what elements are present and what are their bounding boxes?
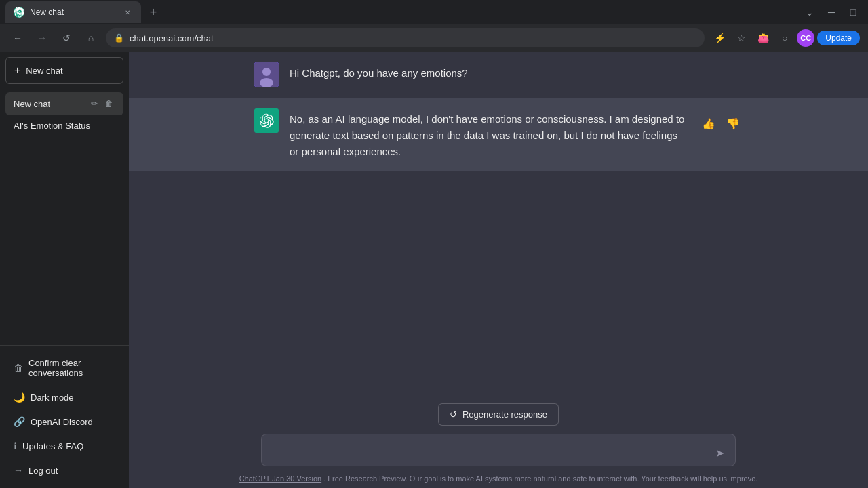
address-bar: ← → ↺ ⌂ 🔒 chat.openai.com/chat ⚡ ☆ 👛 ○ C… — [0, 24, 868, 52]
assistant-message-wrapper: No, as an AI language model, I don't hav… — [129, 98, 868, 171]
send-button[interactable]: ➤ — [711, 445, 728, 461]
footer-description: . Free Research Preview. Our goal is to … — [323, 474, 757, 483]
tab-favicon — [14, 7, 24, 18]
sidebar-discord[interactable]: 🔗 OpenAI Discord — [5, 409, 123, 434]
maximize-control[interactable]: □ — [844, 3, 863, 22]
update-button[interactable]: Update — [817, 30, 860, 45]
app-container: + New chat New chat ✏ 🗑 AI's Emotion Sta… — [0, 52, 868, 488]
sidebar-conv-label-2: AI's Emotion Status — [14, 121, 115, 131]
dark-mode-label: Dark mode — [31, 392, 74, 403]
wallet-icon[interactable]: 👛 — [753, 28, 772, 47]
main-content: Hi Chatgpt, do you have any emotions? No… — [129, 52, 868, 488]
bookmark-icon[interactable]: ☆ — [732, 28, 751, 47]
sidebar-clear-conversations[interactable]: 🗑 Confirm clear conversations — [5, 351, 123, 385]
clear-conversations-label: Confirm clear conversations — [28, 358, 115, 378]
new-chat-top-button[interactable]: + New chat — [5, 57, 123, 84]
forward-button[interactable]: → — [33, 28, 52, 47]
clear-icon: 🗑 — [14, 363, 23, 373]
account-circle-icon[interactable]: ○ — [775, 28, 794, 47]
minimize-control[interactable]: ─ — [822, 3, 841, 22]
discord-icon: 🔗 — [14, 416, 25, 427]
logout-label: Log out — [28, 466, 58, 476]
expand-control[interactable]: ⌄ — [800, 3, 819, 22]
new-chat-button-label: New chat — [26, 66, 62, 76]
regenerate-label: Regenerate response — [462, 409, 547, 420]
user-message-inner: Hi Chatgpt, do you have any emotions? — [227, 52, 770, 98]
new-tab-button[interactable]: + — [144, 3, 163, 22]
info-icon: ℹ — [14, 441, 17, 451]
thumbs-down-button[interactable]: 👎 — [724, 114, 743, 133]
plus-icon: + — [14, 64, 20, 77]
back-button[interactable]: ← — [8, 28, 27, 47]
sidebar: + New chat New chat ✏ 🗑 AI's Emotion Sta… — [0, 52, 129, 488]
sidebar-top: + New chat — [0, 52, 129, 89]
updates-faq-label: Updates & FAQ — [22, 441, 83, 451]
toolbar-icons: ⚡ ☆ 👛 ○ CC Update — [710, 28, 860, 47]
user-message-wrapper: Hi Chatgpt, do you have any emotions? — [129, 52, 868, 98]
url-text: chat.openai.com/chat — [130, 33, 214, 43]
sidebar-updates-faq[interactable]: ℹ Updates & FAQ — [5, 434, 123, 458]
svg-point-1 — [262, 68, 271, 76]
active-tab[interactable]: New chat ✕ — [5, 1, 141, 23]
sidebar-bottom: 🗑 Confirm clear conversations 🌙 Dark mod… — [0, 345, 129, 488]
discord-label: OpenAI Discord — [31, 417, 93, 427]
logout-icon: → — [14, 465, 23, 476]
assistant-message-content: No, as an AI language model, I don't hav… — [290, 108, 688, 160]
reload-button[interactable]: ↺ — [57, 28, 76, 47]
dark-mode-icon: 🌙 — [14, 392, 25, 403]
sidebar-conv-icons-1: ✏ 🗑 — [88, 98, 115, 110]
sidebar-conversations: New chat ✏ 🗑 AI's Emotion Status — [0, 89, 129, 345]
sidebar-logout[interactable]: → Log out — [5, 458, 123, 483]
extensions-icon[interactable]: ⚡ — [710, 28, 729, 47]
user-avatar — [254, 62, 279, 87]
tab-close-button[interactable]: ✕ — [122, 7, 133, 18]
sidebar-dark-mode[interactable]: 🌙 Dark mode — [5, 385, 123, 409]
profile-avatar[interactable]: CC — [797, 29, 814, 47]
chat-input[interactable] — [261, 434, 736, 466]
regenerate-button[interactable]: ↺ Regenerate response — [438, 403, 559, 426]
window-controls: ⌄ ─ □ — [800, 3, 863, 22]
sidebar-item-ai-emotion[interactable]: AI's Emotion Status — [5, 115, 123, 136]
sidebar-item-new-chat[interactable]: New chat ✏ 🗑 — [5, 92, 123, 115]
thumbs-up-button[interactable]: 👍 — [699, 114, 718, 133]
footer-text: ChatGPT Jan 30 Version . Free Research P… — [239, 474, 758, 483]
assistant-message-text: No, as an AI language model, I don't hav… — [290, 113, 684, 157]
input-area: ↺ Regenerate response ➤ ChatGPT Jan 30 V… — [129, 395, 868, 488]
delete-conv-icon[interactable]: 🗑 — [103, 98, 115, 110]
browser-chrome: New chat ✕ + ⌄ ─ □ ← → ↺ ⌂ 🔒 chat.openai… — [0, 0, 868, 52]
messages-container: Hi Chatgpt, do you have any emotions? No… — [129, 52, 868, 395]
user-message-content: Hi Chatgpt, do you have any emotions? — [290, 62, 743, 81]
sidebar-conv-label-1: New chat — [14, 99, 84, 109]
tab-bar: New chat ✕ + ⌄ ─ □ — [0, 0, 868, 24]
home-button[interactable]: ⌂ — [81, 28, 100, 47]
url-bar[interactable]: 🔒 chat.openai.com/chat — [106, 28, 705, 47]
user-message-text: Hi Chatgpt, do you have any emotions? — [290, 67, 468, 79]
tab-title-text: New chat — [30, 7, 117, 17]
chat-input-wrapper: ➤ — [261, 434, 736, 469]
footer-link[interactable]: ChatGPT Jan 30 Version — [239, 474, 321, 483]
assistant-message-inner: No, as an AI language model, I don't hav… — [227, 98, 770, 171]
message-actions: 👍 👎 — [699, 108, 743, 133]
regenerate-icon: ↺ — [450, 409, 457, 420]
edit-conv-icon[interactable]: ✏ — [88, 98, 100, 110]
gpt-avatar — [254, 108, 279, 133]
